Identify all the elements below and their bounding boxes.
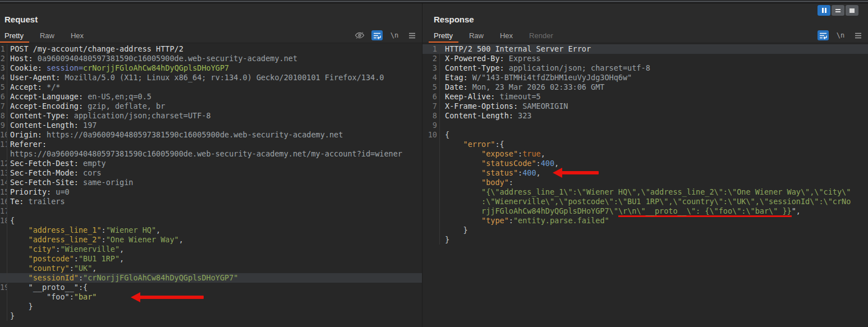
line-content: "body": [440, 178, 513, 187]
line-content: "type":"entity.parse.failed" [440, 216, 609, 225]
line-number [422, 225, 440, 235]
newline-icon[interactable]: \n [389, 30, 400, 40]
code-line: 1HTTP/2 500 Internal Server Error [422, 44, 868, 54]
code-line: 19 "__proto__":{ [0, 283, 422, 292]
line-content: rjjFGloAhCw84hDyQGplsDHoYGP7\"\r\n\"__pr… [440, 206, 801, 216]
code-line: 4Etag: W/"143-BTMHi4tfdZbHM1euVyJdg3OHq6… [422, 73, 868, 82]
line-number: 9 [0, 121, 7, 130]
line-number [422, 140, 440, 149]
line-content: :\"Wienerville\",\"postcode\":\"BU1 1RP\… [440, 197, 851, 206]
line-number: 4 [0, 73, 7, 82]
line-number [422, 235, 440, 245]
line-number: 10 [422, 130, 440, 140]
window-buttons [818, 5, 858, 16]
wrap-icon[interactable] [371, 30, 383, 40]
line-number: 16 [0, 197, 7, 206]
line-number [422, 206, 440, 216]
line-content: Content-Type: application/json; charset=… [440, 63, 650, 73]
menu-icon[interactable] [406, 30, 417, 40]
code-line: } [422, 225, 868, 235]
line-number: 17 [0, 206, 7, 216]
tab-raw[interactable]: Raw [40, 31, 54, 40]
code-line: "type":"entity.parse.failed" [422, 216, 868, 225]
red-annotation-arrow [553, 168, 599, 178]
line-number [0, 254, 7, 264]
tab-render: Render [529, 31, 553, 40]
code-line: } [0, 311, 422, 321]
code-line: 5Date: Mon, 23 Mar 2026 02:33:06 GMT [422, 82, 868, 92]
response-icon-row: \n [818, 28, 864, 43]
line-number [0, 235, 7, 245]
square-window-button[interactable] [846, 5, 858, 16]
request-editor[interactable]: 1POST /my-account/change-address HTTP/22… [0, 43, 422, 327]
line-content: { [440, 130, 449, 140]
line-content: Accept: */* [7, 82, 60, 92]
hide-icon[interactable] [354, 30, 365, 40]
tab-raw[interactable]: Raw [469, 31, 484, 40]
splitter-handle[interactable] [0, 1, 868, 2]
line-content: { [7, 216, 15, 225]
response-tabs: PrettyRawHexRender [422, 29, 868, 43]
request-panel: Request PrettyRawHex \n 1POST /my-accoun… [0, 3, 422, 327]
line-number [422, 197, 440, 206]
line-number: 13 [0, 168, 7, 178]
line-content: Date: Mon, 23 Mar 2026 02:33:06 GMT [440, 82, 604, 92]
line-content: "address_line_2":"One Wiener Way", [7, 235, 183, 245]
line-number: 1 [422, 44, 440, 54]
tab-pretty[interactable]: Pretty [4, 31, 24, 40]
code-line: "expose":true, [422, 149, 868, 159]
line-content: Accept-Encoding: gzip, deflate, br [7, 102, 165, 111]
line-number: 6 [0, 92, 7, 102]
line-content: Priority: u=0 [7, 187, 70, 197]
line-number [422, 187, 440, 197]
line-content: Content-Length: 323 [440, 111, 531, 121]
line-content: X-Powered-By: Express [440, 54, 541, 63]
code-line: 13Sec-Fetch-Mode: cors [0, 168, 422, 178]
code-line: :\"Wienerville\",\"postcode\":\"BU1 1RP\… [422, 197, 868, 206]
tab-hex[interactable]: Hex [500, 31, 513, 40]
code-line: 5Accept: */* [0, 82, 422, 92]
tab-pretty[interactable]: Pretty [434, 31, 453, 40]
code-line: 1POST /my-account/change-address HTTP/2 [0, 44, 422, 54]
line-number: 7 [422, 102, 440, 111]
red-annotation-arrow [131, 292, 204, 302]
code-line: 7Accept-Encoding: gzip, deflate, br [0, 102, 422, 111]
line-number [422, 178, 440, 187]
pause-window-button[interactable] [818, 5, 830, 16]
request-icon-row: \n [354, 28, 417, 43]
line-content: } [440, 225, 468, 235]
code-line: "address_line_1":"Wiener HQ", [0, 225, 422, 235]
line-content: Sec-Fetch-Dest: empty [7, 159, 106, 168]
line-number: 15 [0, 187, 7, 197]
line-content: Cookie: session=crNorjjFGloAhCw84hDyQGpl… [7, 63, 229, 73]
response-editor[interactable]: 1HTTP/2 500 Internal Server Error2X-Powe… [422, 43, 868, 327]
line-content: Host: 0a9600940480597381590c16005900de.w… [7, 54, 297, 63]
line-content: } [7, 302, 33, 311]
code-line: "postcode":"BU1 1RP", [0, 254, 422, 264]
tab-hex[interactable]: Hex [71, 31, 84, 40]
code-line: 2Host: 0a9600940480597381590c16005900de.… [0, 54, 422, 63]
line-content: https://0a9600940480597381590c16005900de… [7, 149, 402, 159]
wrap-icon[interactable] [818, 30, 829, 40]
line-content: X-Frame-Options: SAMEORIGIN [440, 102, 568, 111]
code-line: "error":{ [422, 140, 868, 149]
line-number: 7 [0, 102, 7, 111]
code-line: "foo":"bar" [0, 292, 422, 302]
line-content: Sec-Fetch-Mode: cors [7, 168, 102, 178]
line-content: Accept-Language: en-US,en;q=0.5 [7, 92, 151, 102]
newline-icon[interactable]: \n [835, 30, 846, 40]
line-number [0, 273, 7, 283]
line-content: Content-Type: application/json;charset=U… [7, 111, 211, 121]
line-content: POST /my-account/change-address HTTP/2 [7, 44, 183, 54]
code-line: 14Sec-Fetch-Site: same-origin [0, 178, 422, 187]
code-line: 18{ [0, 216, 422, 225]
code-line: "sessionId":"crNorjjFGloAhCw84hDyQGplsDH… [0, 273, 422, 283]
menu-icon[interactable] [852, 30, 864, 40]
line-number [0, 302, 7, 311]
line-number: 9 [422, 121, 440, 130]
line-number [0, 225, 7, 235]
lines-window-button[interactable] [832, 5, 844, 16]
code-line: "country":"UK", [0, 264, 422, 273]
response-panel: Response PrettyRawHexRender \n 1HTTP/2 5… [422, 3, 868, 327]
code-line: 17 [0, 206, 422, 216]
